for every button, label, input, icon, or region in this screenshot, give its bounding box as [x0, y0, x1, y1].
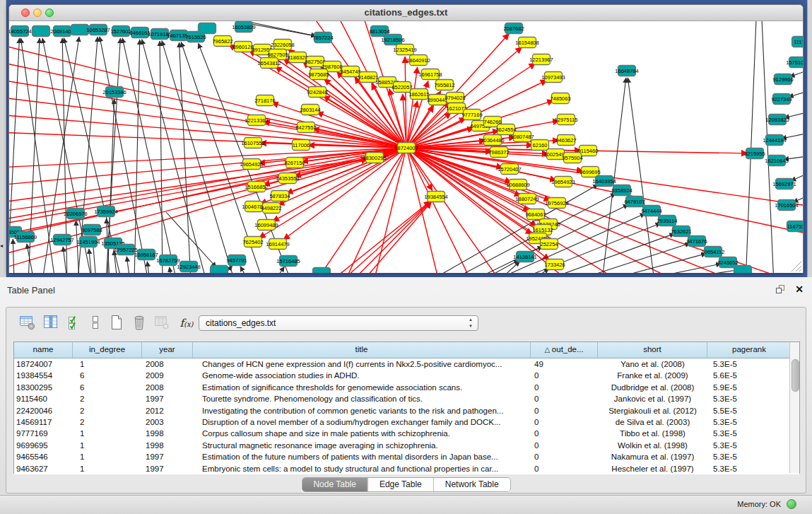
- cell-year: 2003: [142, 416, 193, 428]
- new-document-icon: [108, 314, 125, 331]
- table-row[interactable]: 1872400712008Changes of HCN gene express…: [14, 358, 799, 370]
- graph-node-label: 18300295: [363, 155, 386, 161]
- table-panel: Table Panel ✕: [0, 277, 812, 495]
- graph-node-label: 12213363: [245, 117, 268, 124]
- window-titlebar[interactable]: citations_edges.txt: [9, 5, 803, 21]
- cell-out_de: 49: [531, 358, 598, 370]
- right-splitter-strip[interactable]: [807, 0, 812, 277]
- checklist-icon: [66, 314, 83, 331]
- tab-edge-table[interactable]: Edge Table: [367, 478, 433, 491]
- table-row[interactable]: 946362711997Embryonic stem cells: a mode…: [14, 463, 799, 474]
- table-selector[interactable]: citations_edges.txt ▲▼: [199, 315, 478, 331]
- graph-node-label: 15716485: [276, 258, 300, 264]
- delete-table-button[interactable]: [152, 313, 172, 333]
- table-tabs: Node TableEdge TableNetwork Table: [301, 477, 510, 492]
- table-row[interactable]: 911546021997Tourette syndrome. Phenomeno…: [14, 393, 799, 404]
- table-row[interactable]: 969969511998Structural magnetic resonanc…: [14, 440, 799, 451]
- graph-node-label: 8813054: [369, 28, 389, 35]
- node-table: namein_degreeyeartitle△ out_de...shortpa…: [13, 341, 800, 474]
- graph-node-label: 9245652: [717, 259, 738, 266]
- network-desktop: ◂ citations_edges.txt 14055724206914: [0, 0, 812, 277]
- collapse-west-arrow-icon[interactable]: ◂: [0, 243, 3, 249]
- graph-node-label: 1733426: [544, 262, 565, 268]
- column-selection-button[interactable]: [65, 313, 85, 333]
- graph-node-label: 7986372: [488, 149, 509, 156]
- graph-edge: [126, 257, 130, 273]
- memory-status-label: Memory: OK: [737, 500, 781, 508]
- column-header-short[interactable]: short: [598, 342, 707, 358]
- graph-node-label: 20206576: [64, 211, 87, 217]
- left-splitter-strip[interactable]: ◂: [0, 0, 6, 277]
- graph-node-label: 9474444: [641, 208, 661, 214]
- column-header-in_degree[interactable]: in_degree: [73, 342, 142, 358]
- cell-title: Estimation of the future numbers of pati…: [193, 451, 531, 462]
- graph-node-label: 1527602: [110, 28, 131, 35]
- column-header-title[interactable]: title: [193, 342, 531, 358]
- graph-node-label: 9575904: [562, 155, 582, 161]
- graph-node[interactable]: [211, 266, 228, 274]
- graph-edge: [179, 42, 191, 273]
- delete-column-button[interactable]: [129, 313, 149, 333]
- cell-title: Investigating the contribution of common…: [193, 405, 531, 416]
- float-panel-button[interactable]: [775, 284, 785, 294]
- graph-node-label: 16403954: [592, 178, 616, 185]
- graph-node[interactable]: [199, 23, 216, 34]
- table-selector-value: citations_edges.txt: [206, 318, 276, 328]
- column-header-name[interactable]: name: [14, 342, 73, 358]
- cell-title: Structural magnetic resonance image aver…: [193, 440, 531, 451]
- close-panel-button[interactable]: ✕: [795, 284, 804, 295]
- table-row[interactable]: 946554611997Estimation of the future num…: [14, 451, 799, 462]
- graph-node-label: 14353554: [276, 175, 299, 182]
- table-scrollbar[interactable]: [789, 342, 799, 473]
- graph-node-label: 2718176: [254, 98, 275, 104]
- table-row[interactable]: 1456911722003Disruption of a novel membe…: [14, 416, 799, 428]
- graph-node-label: 9227349: [771, 96, 792, 103]
- graph-node-label: 9684067: [525, 211, 546, 218]
- column-header-out_de[interactable]: △ out_de...: [531, 342, 598, 358]
- table-header-row: namein_degreeyeartitle△ out_de...shortpa…: [14, 342, 799, 358]
- tab-network-table[interactable]: Network Table: [433, 478, 510, 491]
- graph-node[interactable]: [734, 266, 752, 274]
- graph-edge: [27, 244, 34, 273]
- scrollbar-thumb[interactable]: [792, 359, 799, 392]
- graph-node-label: 12213967: [529, 57, 553, 63]
- graph-edge: [406, 148, 728, 273]
- graph-edge: [122, 38, 177, 273]
- cell-title: Embryonic stem cells: a model to study s…: [193, 463, 531, 474]
- graph-edge: [212, 21, 316, 36]
- network-canvas[interactable]: 1405572420691406106532871527602646616110…: [9, 21, 803, 273]
- network-graph[interactable]: 1405572420691406106532871527602646616110…: [9, 21, 803, 273]
- selector-stepper-icon: ▲▼: [469, 317, 473, 329]
- graph-node[interactable]: [313, 268, 331, 274]
- column-visibility-button[interactable]: [41, 313, 61, 333]
- resize-grip[interactable]: [792, 262, 801, 271]
- column-header-year[interactable]: year: [142, 342, 193, 358]
- tab-node-table[interactable]: Node Table: [302, 478, 367, 491]
- table-row[interactable]: 1938455462009Genome-wide association stu…: [14, 370, 799, 381]
- table-row[interactable]: 977716911998Corpus callosum shape and si…: [14, 428, 799, 439]
- graph-node-label: 9463627: [555, 137, 576, 144]
- graph-node-label: 16543812: [257, 60, 281, 66]
- graph-node-label: 11175: [794, 39, 803, 45]
- table-mode-button[interactable]: [18, 313, 37, 333]
- cell-short: Yano et al. (2008): [598, 358, 707, 370]
- graph-edge: [762, 21, 774, 273]
- cell-short: Dudbridge et al. (2008): [598, 382, 707, 393]
- graph-node[interactable]: [33, 26, 50, 37]
- cell-out_de: 0: [531, 393, 598, 404]
- table-row[interactable]: 2242004622012Investigating the contribut…: [14, 405, 799, 416]
- memory-status-indicator[interactable]: [787, 499, 796, 509]
- graph-node-label: 15751074: [786, 59, 803, 66]
- function-builder-button[interactable]: f(x): [175, 313, 199, 333]
- cell-year: 2012: [142, 405, 193, 416]
- table-row[interactable]: 1830029562008Estimation of significance …: [14, 382, 799, 393]
- graph-node-label: 10688609: [506, 182, 529, 188]
- window-title: citations_edges.txt: [9, 7, 803, 18]
- graph-node-label: 20364486: [481, 137, 504, 144]
- graph-node-label: 9827505: [267, 52, 288, 58]
- column-header-pagerank[interactable]: pagerank: [707, 342, 791, 358]
- row-options-button[interactable]: [86, 313, 105, 333]
- new-column-button[interactable]: [107, 313, 126, 333]
- graph-edge: [507, 223, 661, 273]
- graph-node-label: 8522057: [392, 84, 412, 90]
